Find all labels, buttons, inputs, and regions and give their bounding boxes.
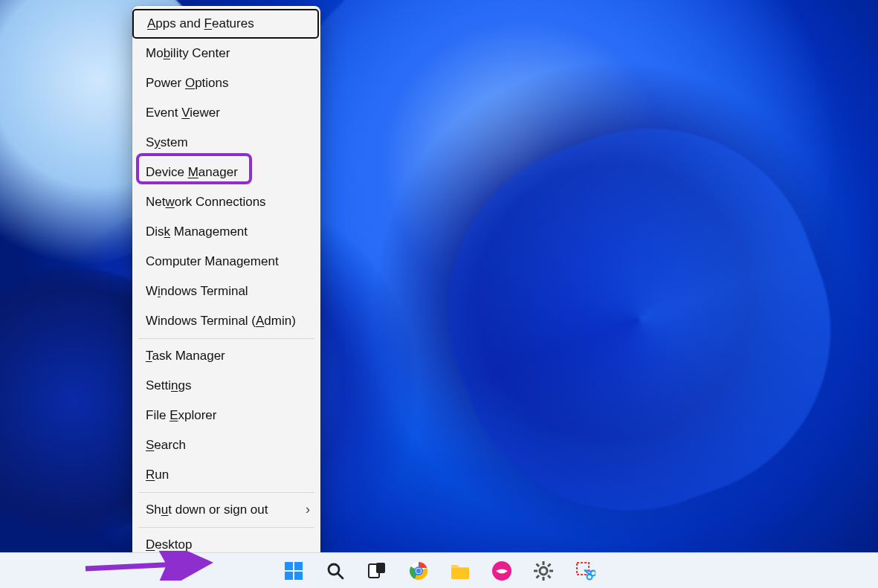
menu-item-label: Windows Terminal (Admin) xyxy=(146,314,296,329)
menu-item-label: Windows Terminal xyxy=(146,284,248,299)
gear-icon xyxy=(533,560,554,581)
svg-line-22 xyxy=(536,575,539,578)
menu-item-label: Shut down or sign out xyxy=(146,503,268,517)
menu-item-label: Computer Management xyxy=(146,254,279,269)
menu-item-label: System xyxy=(146,135,188,150)
svg-rect-3 xyxy=(285,572,293,580)
menu-item-task-manager[interactable]: Task Manager xyxy=(132,341,320,371)
windows-icon xyxy=(283,560,304,581)
winx-context-menu: Apps and FeaturesMobility CenterPower Op… xyxy=(132,6,320,564)
start-button[interactable] xyxy=(281,558,306,584)
taskview-icon xyxy=(367,561,387,581)
file-explorer-button[interactable] xyxy=(448,558,473,584)
menu-item-label: File Explorer xyxy=(146,408,216,423)
menu-item-apps-and-features[interactable]: Apps and Features xyxy=(132,9,319,39)
menu-item-mobility-center[interactable]: Mobility Center xyxy=(132,39,320,68)
menu-item-label: Mobility Center xyxy=(146,46,230,61)
snipping-tool-button[interactable] xyxy=(572,558,598,584)
menu-item-disk-management[interactable]: Disk Management xyxy=(132,217,320,247)
taskbar xyxy=(0,552,878,588)
menu-item-label: Task Manager xyxy=(146,349,225,364)
menu-item-label: Event Viewer xyxy=(146,106,220,120)
menu-item-windows-terminal-admin[interactable]: Windows Terminal (Admin) xyxy=(132,306,320,336)
search-button[interactable] xyxy=(323,558,348,584)
menu-item-windows-terminal[interactable]: Windows Terminal xyxy=(132,277,320,306)
svg-rect-4 xyxy=(294,572,303,580)
svg-line-20 xyxy=(548,575,551,578)
menu-item-device-manager[interactable]: Device Manager xyxy=(132,158,320,187)
menu-item-system[interactable]: System xyxy=(132,128,320,158)
menu-item-label: Settings xyxy=(146,378,191,393)
svg-line-19 xyxy=(536,563,539,566)
svg-line-21 xyxy=(548,563,551,566)
menu-item-computer-management[interactable]: Computer Management xyxy=(132,247,320,277)
snip-icon xyxy=(575,560,595,581)
menu-item-search[interactable]: Search xyxy=(132,430,320,460)
menu-item-label: Search xyxy=(146,438,186,453)
svg-rect-1 xyxy=(285,562,293,570)
menu-item-settings[interactable]: Settings xyxy=(132,371,320,401)
menu-item-label: Disk Management xyxy=(146,224,248,239)
menu-item-power-options[interactable]: Power Options xyxy=(132,68,320,98)
svg-point-14 xyxy=(540,567,547,575)
menu-item-run[interactable]: Run xyxy=(132,460,320,490)
task-view-button[interactable] xyxy=(364,558,390,584)
menu-item-shutdown-signout[interactable]: Shut down or sign out xyxy=(132,495,320,525)
menu-item-label: Device Manager xyxy=(146,165,238,180)
menu-item-label: Apps and Features xyxy=(147,16,254,31)
chrome-icon xyxy=(408,560,429,581)
menu-item-event-viewer[interactable]: Event Viewer xyxy=(132,98,320,128)
menu-separator xyxy=(138,338,314,339)
menu-item-network-connections[interactable]: Network Connections xyxy=(132,187,320,217)
menu-item-label: Power Options xyxy=(146,76,229,91)
menu-item-file-explorer[interactable]: File Explorer xyxy=(132,401,320,430)
svg-rect-8 xyxy=(376,563,385,573)
svg-point-12 xyxy=(416,568,420,572)
menu-item-label: Run xyxy=(146,468,169,482)
settings-app-button[interactable] xyxy=(531,558,556,584)
svg-line-6 xyxy=(338,573,343,578)
folder-icon xyxy=(450,562,471,580)
lips-app-button[interactable] xyxy=(489,558,514,584)
search-icon xyxy=(326,561,345,581)
lips-icon xyxy=(491,560,512,581)
menu-separator xyxy=(138,527,314,528)
menu-item-label: Network Connections xyxy=(146,195,266,210)
menu-separator xyxy=(138,492,314,493)
chrome-button[interactable] xyxy=(406,558,431,584)
menu-item-label: Desktop xyxy=(146,537,192,552)
svg-rect-2 xyxy=(294,562,303,570)
